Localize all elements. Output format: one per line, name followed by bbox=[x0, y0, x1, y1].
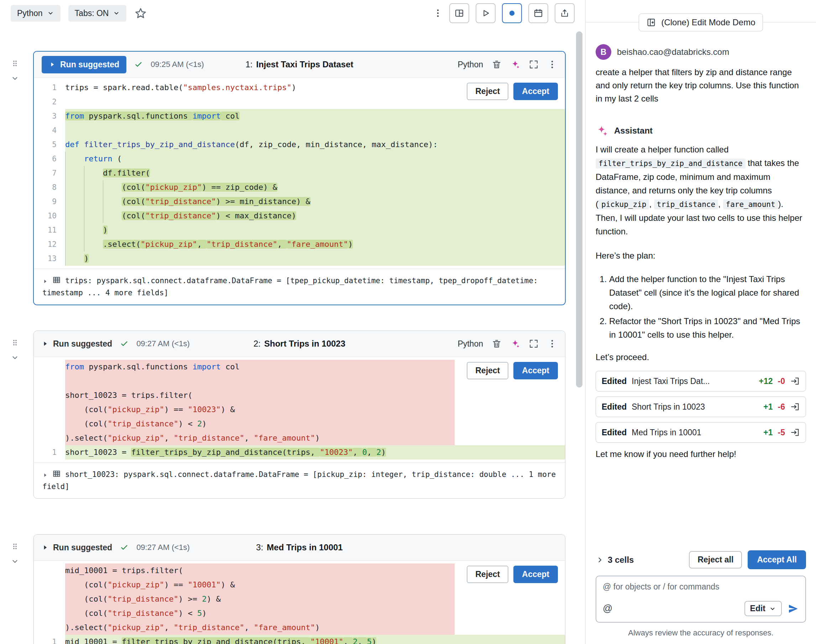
line-number bbox=[34, 360, 65, 374]
run-suggested-button[interactable]: Run suggested bbox=[42, 543, 112, 552]
tabs-toggle[interactable]: Tabs: ON bbox=[68, 5, 127, 22]
edited-cell-name: Med Trips in 10001 bbox=[632, 428, 701, 437]
accept-button[interactable]: Accept bbox=[513, 566, 558, 583]
code-line: 1mid_10001 = filter_trips_by_zip_and_dis… bbox=[34, 635, 565, 644]
cells-summary-toggle[interactable]: 3 cells bbox=[596, 555, 634, 565]
line-content: def filter_trips_by_zip_and_distance(df,… bbox=[65, 138, 565, 152]
code-line: 8(col("pickup_zip") == zip_code) & bbox=[34, 180, 565, 195]
layout-button[interactable] bbox=[449, 3, 469, 23]
kebab-icon[interactable] bbox=[433, 8, 443, 18]
code-line: 13) bbox=[34, 251, 565, 266]
edited-cell-chip[interactable]: EditedMed Trips in 10001+1-5 bbox=[596, 422, 806, 443]
delete-cell-icon[interactable] bbox=[491, 60, 502, 69]
run-suggested-button[interactable]: Run suggested bbox=[42, 339, 112, 349]
edited-cell-chip[interactable]: EditedInjest Taxi Trips Dat...+12-0 bbox=[596, 371, 806, 391]
reject-button[interactable]: Reject bbox=[467, 566, 508, 583]
mode-selector[interactable]: Edit bbox=[744, 601, 782, 616]
indent-guide bbox=[84, 180, 103, 195]
cell-code-editor[interactable]: RejectAcceptfrom pyspark.sql.functions i… bbox=[34, 357, 565, 462]
go-to-cell-icon[interactable] bbox=[790, 376, 800, 386]
language-selector[interactable]: Python bbox=[11, 5, 61, 22]
line-content: (col("pickup_zip") == "10023") & bbox=[65, 403, 455, 417]
chevron-down-icon bbox=[769, 605, 776, 612]
assistant-sparkle-icon[interactable] bbox=[510, 339, 520, 349]
indent-guide bbox=[103, 209, 122, 223]
vertical-scrollbar[interactable] bbox=[576, 31, 582, 388]
reject-all-button[interactable]: Reject all bbox=[689, 551, 742, 569]
output-expand-icon[interactable] bbox=[42, 472, 48, 478]
accept-button[interactable]: Accept bbox=[513, 362, 558, 379]
line-number bbox=[34, 606, 65, 621]
indent-guide bbox=[84, 237, 103, 251]
go-to-cell-icon[interactable] bbox=[790, 428, 800, 437]
assistant-input-box[interactable]: @ for objects or / for commands @ Edit bbox=[596, 576, 806, 623]
play-button[interactable] bbox=[476, 3, 496, 23]
line-number bbox=[34, 563, 65, 578]
cells-list: Run suggested09:25 AM (<1s)1:Injest Taxi… bbox=[0, 51, 585, 644]
cell-menu-icon[interactable] bbox=[547, 60, 557, 69]
indent-guide bbox=[65, 166, 84, 180]
run-suggested-label: Run suggested bbox=[53, 339, 112, 349]
accept-button[interactable]: Accept bbox=[513, 83, 558, 100]
assistant-outro-text: Let me know if you need further help! bbox=[596, 449, 806, 459]
go-to-cell-icon[interactable] bbox=[790, 402, 800, 412]
expand-cell-icon[interactable] bbox=[529, 60, 539, 69]
run-suggested-label: Run suggested bbox=[60, 60, 119, 69]
indent-guide bbox=[65, 152, 84, 166]
line-number: 10 bbox=[34, 209, 65, 223]
mention-button[interactable]: @ bbox=[603, 603, 612, 614]
line-number bbox=[34, 578, 65, 592]
assistant-sparkle-icon[interactable] bbox=[510, 60, 520, 69]
dataframe-icon bbox=[52, 469, 61, 478]
notebook-toolbar: Python Tabs: ON bbox=[0, 0, 585, 26]
accept-all-button[interactable]: Accept All bbox=[748, 550, 806, 569]
send-icon[interactable] bbox=[787, 603, 799, 615]
assistant-panel: (Clone) Edit Mode Demo B beishao.cao@dat… bbox=[585, 0, 816, 644]
line-number: 13 bbox=[34, 251, 65, 266]
record-button[interactable] bbox=[502, 3, 522, 23]
output-expand-icon[interactable] bbox=[42, 279, 48, 284]
drag-handle[interactable] bbox=[11, 542, 19, 550]
assistant-input-actions: @ Edit bbox=[603, 601, 799, 616]
record-icon bbox=[507, 8, 517, 18]
assistant-intro-text: I will create a helper function called f… bbox=[596, 143, 806, 238]
line-number bbox=[34, 621, 65, 635]
cell-code-editor[interactable]: RejectAccept1trips = spark.read.table("s… bbox=[34, 77, 565, 268]
cell-timestamp: 09:25 AM (<1s) bbox=[151, 60, 204, 69]
app-window: Python Tabs: ON Run suggested09:25 AM (<… bbox=[0, 0, 816, 644]
favorite-star-icon[interactable] bbox=[134, 7, 147, 20]
drag-handle[interactable] bbox=[11, 338, 19, 347]
indent-guide bbox=[84, 195, 103, 209]
success-check-icon bbox=[134, 60, 143, 69]
schedule-button[interactable] bbox=[528, 3, 548, 23]
edited-cell-chip[interactable]: EditedShort Trips in 10023+1-6 bbox=[596, 396, 806, 417]
notebook-context-pill[interactable]: (Clone) Edit Mode Demo bbox=[639, 14, 762, 31]
line-number: 1 bbox=[34, 81, 65, 95]
line-number bbox=[34, 403, 65, 417]
collapse-cell[interactable] bbox=[11, 74, 19, 83]
line-content bbox=[65, 123, 565, 138]
cell-menu-icon[interactable] bbox=[547, 339, 557, 349]
code-line: ).select("pickup_zip", "trip_distance", … bbox=[34, 621, 565, 635]
reject-button[interactable]: Reject bbox=[467, 83, 508, 100]
collapse-cell[interactable] bbox=[11, 557, 19, 566]
line-content: df.filter( bbox=[65, 166, 565, 180]
cell-output: trips: pyspark.sql.connect.dataframe.Dat… bbox=[34, 268, 565, 305]
bulk-actions-row: 3 cells Reject all Accept All bbox=[596, 550, 806, 569]
delete-cell-icon[interactable] bbox=[491, 339, 502, 349]
indent-guide bbox=[65, 195, 84, 209]
share-button[interactable] bbox=[555, 3, 575, 23]
line-content bbox=[65, 374, 455, 388]
collapse-cell[interactable] bbox=[11, 353, 19, 362]
reject-button[interactable]: Reject bbox=[467, 362, 508, 379]
run-suggested-button[interactable]: Run suggested bbox=[42, 56, 126, 74]
cell-code-editor[interactable]: RejectAcceptmid_10001 = trips.filter((co… bbox=[34, 560, 565, 644]
assistant-name: Assistant bbox=[614, 126, 652, 136]
intro-text-segment: I will create a helper function called bbox=[596, 145, 729, 154]
cell-number: 2: bbox=[254, 339, 260, 348]
line-number bbox=[34, 592, 65, 606]
run-icon bbox=[49, 61, 56, 68]
line-number bbox=[34, 388, 65, 403]
expand-cell-icon[interactable] bbox=[529, 339, 539, 349]
drag-handle[interactable] bbox=[11, 59, 19, 67]
